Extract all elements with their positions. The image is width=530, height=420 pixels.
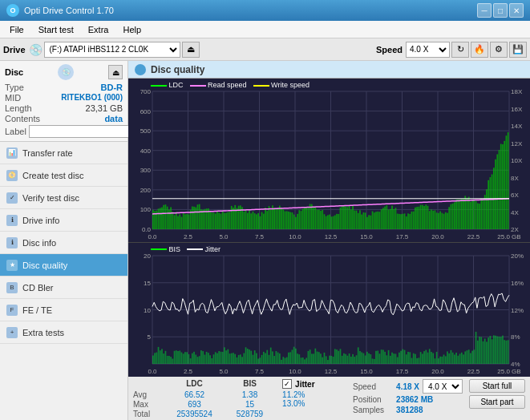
disc-icon: 💿 bbox=[58, 64, 74, 80]
sidebar-item-fe-te[interactable]: F FE / TE bbox=[0, 299, 127, 321]
save-button[interactable]: 💾 bbox=[509, 42, 527, 58]
buttons-section: Start full Start part bbox=[469, 379, 525, 409]
disc-mid-label: MID bbox=[5, 93, 21, 103]
speed-row: Speed 4.18 X 4.0 X bbox=[353, 379, 463, 394]
speed-refresh-button[interactable]: ↻ bbox=[451, 42, 469, 58]
menu-bar: File Start test Extra Help bbox=[0, 21, 530, 38]
start-part-button[interactable]: Start part bbox=[469, 395, 525, 409]
jitter-legend: Jitter bbox=[187, 245, 220, 253]
disc-eject-icon[interactable]: ⏏ bbox=[108, 65, 123, 79]
max-label: Max bbox=[133, 400, 165, 409]
disc-label-row: Label 🔒 bbox=[5, 125, 123, 138]
disc-label: Disc bbox=[5, 67, 23, 77]
disc-label-label: Label bbox=[5, 127, 26, 136]
nav-fe-te-label: FE / TE bbox=[22, 305, 52, 315]
bottom-chart: BIS Jitter bbox=[128, 243, 530, 377]
disc-contents-label: Contents bbox=[5, 114, 40, 123]
create-test-disc-icon: 📀 bbox=[6, 170, 18, 181]
sidebar-item-extra-tests[interactable]: + Extra tests bbox=[0, 321, 127, 344]
avg-ldc: 66.52 bbox=[168, 390, 220, 399]
minimize-button[interactable]: ─ bbox=[477, 3, 492, 18]
position-label: Position bbox=[353, 395, 393, 404]
nav-disc-info-label: Disc info bbox=[22, 238, 56, 248]
chart-header: Disc quality bbox=[128, 61, 530, 79]
burn-button[interactable]: 🔥 bbox=[471, 42, 488, 58]
close-button[interactable]: ✕ bbox=[509, 3, 524, 18]
disc-quality-icon: ★ bbox=[6, 260, 18, 271]
sidebar-item-create-test-disc[interactable]: 📀 Create test disc bbox=[0, 164, 127, 187]
stats-total-row: Total 25395524 528759 bbox=[133, 410, 276, 418]
write-speed-legend: Write speed bbox=[253, 81, 310, 89]
speed-setting-select[interactable]: 4.0 X bbox=[423, 379, 463, 394]
avg-jitter: 11.2% bbox=[282, 390, 346, 399]
menu-start-test[interactable]: Start test bbox=[32, 23, 80, 36]
bis-header: BIS bbox=[224, 379, 276, 388]
max-jitter: 13.0% bbox=[282, 399, 346, 408]
nav-transfer-rate-label: Transfer rate bbox=[22, 148, 73, 158]
disc-header: Disc 💿 ⏏ bbox=[5, 64, 123, 80]
sidebar-item-cd-bler[interactable]: B CD Bler bbox=[0, 277, 127, 299]
read-speed-legend: Read speed bbox=[190, 81, 247, 89]
samples-row: Samples 381288 bbox=[353, 406, 463, 414]
toolbar-row: Drive 💿 (F:) ATAPI iHBS112 2 CL0K ⏏ Spee… bbox=[0, 38, 530, 61]
avg-bis: 1.38 bbox=[224, 390, 276, 399]
start-full-button[interactable]: Start full bbox=[469, 379, 525, 393]
samples-label: Samples bbox=[353, 406, 393, 414]
stats-max-row: Max 693 15 bbox=[133, 400, 276, 409]
avg-label: Avg bbox=[133, 390, 165, 399]
nav-verify-test-disc-label: Verify test disc bbox=[22, 193, 79, 203]
disc-length-label: Length bbox=[5, 103, 32, 113]
total-ldc: 25395524 bbox=[168, 410, 220, 418]
disc-info-icon: ℹ bbox=[6, 237, 18, 248]
drive-icon: 💿 bbox=[29, 43, 42, 56]
top-chart: LDC Read speed Write speed bbox=[128, 79, 530, 243]
sidebar: Disc 💿 ⏏ Type BD-R MID RITEKBO1 (000) Le… bbox=[0, 61, 128, 420]
sidebar-item-transfer-rate[interactable]: 📊 Transfer rate bbox=[0, 142, 127, 164]
verify-test-disc-icon: ✓ bbox=[6, 192, 18, 204]
speed-value: 4.18 X bbox=[396, 382, 419, 391]
menu-file[interactable]: File bbox=[3, 23, 30, 36]
drive-select[interactable]: (F:) ATAPI iHBS112 2 CL0K bbox=[44, 42, 180, 58]
disc-label-input[interactable] bbox=[29, 125, 136, 138]
charts-area: LDC Read speed Write speed BIS Jitter bbox=[128, 79, 530, 376]
nav-cd-bler-label: CD Bler bbox=[22, 283, 54, 293]
menu-extra[interactable]: Extra bbox=[82, 23, 115, 36]
top-chart-canvas bbox=[128, 79, 530, 242]
sidebar-item-disc-quality[interactable]: ★ Disc quality bbox=[0, 254, 127, 277]
ldc-legend: LDC bbox=[151, 81, 184, 89]
drive-label: Drive bbox=[3, 45, 26, 55]
title-bar-controls[interactable]: ─ □ ✕ bbox=[477, 3, 524, 18]
stats-header-row: LDC BIS bbox=[133, 379, 276, 390]
drive-info-icon: ℹ bbox=[6, 215, 18, 226]
jitter-checkbox[interactable]: ✓ bbox=[282, 379, 292, 389]
max-bis: 15 bbox=[224, 400, 276, 409]
chart-icon bbox=[135, 64, 146, 75]
eject-button[interactable]: ⏏ bbox=[182, 42, 200, 58]
disc-contents-row: Contents data bbox=[5, 114, 123, 123]
chart-title: Disc quality bbox=[151, 64, 204, 75]
disc-length-row: Length 23,31 GB bbox=[5, 103, 123, 113]
jitter-column: ✓ Jitter 11.2% 13.0% bbox=[282, 379, 346, 408]
speed-select[interactable]: 4.0 X bbox=[406, 42, 450, 58]
total-label: Total bbox=[133, 410, 165, 418]
position-row: Position 23862 MB bbox=[353, 395, 463, 404]
app-title: Opti Drive Control 1.70 bbox=[24, 6, 114, 15]
bis-legend: BIS bbox=[151, 245, 180, 253]
settings-button[interactable]: ⚙ bbox=[490, 42, 508, 58]
title-bar: O Opti Drive Control 1.70 ─ □ ✕ bbox=[0, 0, 530, 21]
speed-section: Speed 4.18 X 4.0 X Position 23862 MB Sam… bbox=[353, 379, 463, 414]
sidebar-item-drive-info[interactable]: ℹ Drive info bbox=[0, 209, 127, 232]
samples-value: 381288 bbox=[396, 406, 423, 414]
sidebar-item-disc-info[interactable]: ℹ Disc info bbox=[0, 232, 127, 254]
menu-help[interactable]: Help bbox=[116, 23, 148, 36]
bottom-chart-legend: BIS Jitter bbox=[151, 245, 220, 253]
sidebar-item-verify-test-disc[interactable]: ✓ Verify test disc bbox=[0, 187, 127, 209]
stats-area: LDC BIS Avg 66.52 1.38 Max 693 15 Total … bbox=[128, 376, 530, 420]
disc-mid-value: RITEKBO1 (000) bbox=[61, 93, 123, 103]
max-ldc: 693 bbox=[168, 400, 220, 409]
app-icon: O bbox=[6, 4, 19, 17]
ldc-header: LDC bbox=[168, 379, 220, 388]
cd-bler-icon: B bbox=[6, 282, 18, 293]
title-bar-left: O Opti Drive Control 1.70 bbox=[6, 4, 114, 17]
maximize-button[interactable]: □ bbox=[493, 3, 508, 18]
